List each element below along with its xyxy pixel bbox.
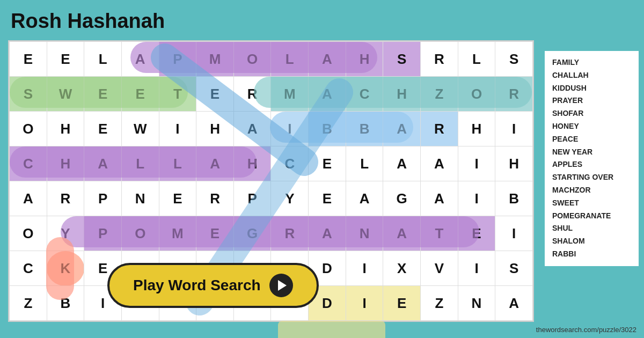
word-list-item: NEW YEAR bbox=[552, 146, 631, 159]
grid-cell: I bbox=[271, 112, 309, 146]
grid-cell: A bbox=[495, 286, 533, 321]
grid-cell: Z bbox=[421, 77, 458, 112]
grid-cell: E bbox=[10, 42, 47, 77]
word-list-item: FAMILY bbox=[552, 56, 631, 69]
grid-cell: H bbox=[47, 146, 84, 181]
grid-cell: K bbox=[47, 251, 84, 286]
play-button-container: Play Word Search bbox=[107, 263, 319, 308]
grid-cell: E bbox=[47, 42, 84, 77]
grid-cell: C bbox=[10, 146, 47, 181]
grid-cell: G bbox=[383, 181, 421, 216]
word-list-item: HONEY bbox=[552, 120, 631, 133]
grid-cell: A bbox=[10, 181, 47, 216]
grid-cell: R bbox=[495, 77, 533, 112]
grid-cell: R bbox=[196, 181, 234, 216]
grid-cell: B bbox=[309, 112, 346, 146]
grid-cell: O bbox=[458, 77, 495, 112]
grid-cell: A bbox=[383, 146, 421, 181]
svg-rect-8 bbox=[278, 321, 385, 338]
grid-cell: A bbox=[383, 112, 421, 146]
grid-cell: A bbox=[309, 77, 346, 112]
grid-cell: I bbox=[458, 251, 495, 286]
grid-cell: W bbox=[47, 77, 84, 112]
grid-cell: O bbox=[233, 42, 271, 77]
grid-cell: O bbox=[10, 216, 47, 251]
grid-cell: M bbox=[271, 77, 309, 112]
word-list-item: SWEET bbox=[552, 197, 631, 210]
grid-cell: E bbox=[84, 112, 122, 146]
grid-cell: X bbox=[383, 251, 421, 286]
grid-cell: A bbox=[383, 216, 421, 251]
grid-cell: Z bbox=[10, 286, 47, 321]
grid-cell: A bbox=[196, 146, 234, 181]
grid-cell: I bbox=[346, 286, 383, 321]
grid-cell: L bbox=[84, 42, 122, 77]
word-list-item: SHUL bbox=[552, 222, 631, 235]
grid-cell: I bbox=[159, 112, 196, 146]
page-title: Rosh Hashanah bbox=[11, 10, 165, 33]
grid-cell: O bbox=[10, 112, 47, 146]
grid-cell: S bbox=[383, 42, 421, 77]
grid-cell: A bbox=[421, 181, 458, 216]
word-list-item: SHALOM bbox=[552, 235, 631, 248]
grid-cell: E bbox=[121, 77, 159, 112]
grid-cell: A bbox=[309, 216, 346, 251]
grid-cell: C bbox=[10, 251, 47, 286]
grid-cell: E bbox=[196, 216, 234, 251]
grid-cell: H bbox=[233, 146, 271, 181]
word-list-item: MACHZOR bbox=[552, 184, 631, 197]
attribution: thewordsearch.com/puzzle/3022 bbox=[536, 326, 636, 334]
grid-cell: A bbox=[346, 181, 383, 216]
grid-cell: O bbox=[121, 216, 159, 251]
grid-cell: S bbox=[495, 42, 533, 77]
grid-cell: A bbox=[84, 146, 122, 181]
grid-cell: I bbox=[346, 251, 383, 286]
word-list: FAMILYCHALLAHKIDDUSHPRAYERSHOFARHONEYPEA… bbox=[545, 51, 639, 266]
grid-cell: E bbox=[159, 181, 196, 216]
word-list-item: CHALLAH bbox=[552, 69, 631, 82]
grid-cell: E bbox=[196, 77, 234, 112]
grid-cell: C bbox=[271, 146, 309, 181]
grid-cell: V bbox=[421, 251, 458, 286]
grid-cell: H bbox=[346, 42, 383, 77]
grid-cell: E bbox=[309, 146, 346, 181]
grid-cell: W bbox=[121, 112, 159, 146]
grid-cell: L bbox=[346, 146, 383, 181]
word-list-item: STARTING OVER bbox=[552, 171, 631, 184]
word-list-item: SHOFAR bbox=[552, 107, 631, 120]
play-word-search-button[interactable]: Play Word Search bbox=[107, 263, 319, 308]
grid-cell: H bbox=[458, 112, 495, 146]
grid-cell: R bbox=[47, 181, 84, 216]
grid-cell: L bbox=[271, 42, 309, 77]
grid-cell: L bbox=[121, 146, 159, 181]
word-list-item: PEACE bbox=[552, 133, 631, 146]
grid-cell: E bbox=[458, 216, 495, 251]
grid-cell: A bbox=[233, 112, 271, 146]
grid-cell: T bbox=[159, 77, 196, 112]
grid-cell: M bbox=[159, 216, 196, 251]
grid-cell: I bbox=[495, 112, 533, 146]
word-list-item: KIDDUSH bbox=[552, 82, 631, 95]
grid-cell: E bbox=[309, 181, 346, 216]
grid-cell: A bbox=[421, 146, 458, 181]
grid-cell: R bbox=[421, 42, 458, 77]
grid-cell: E bbox=[383, 286, 421, 321]
word-list-item: APPLES bbox=[552, 158, 631, 171]
grid-cell: L bbox=[458, 42, 495, 77]
grid-cell: N bbox=[121, 181, 159, 216]
grid-cell: H bbox=[196, 112, 234, 146]
grid-cell: S bbox=[10, 77, 47, 112]
grid-cell: A bbox=[121, 42, 159, 77]
grid-cell: R bbox=[421, 112, 458, 146]
grid-cell: B bbox=[495, 181, 533, 216]
grid-cell: S bbox=[495, 251, 533, 286]
grid-cell: H bbox=[47, 112, 84, 146]
grid-cell: P bbox=[159, 42, 196, 77]
grid-cell: A bbox=[309, 42, 346, 77]
grid-cell: M bbox=[196, 42, 234, 77]
play-button-label: Play Word Search bbox=[133, 277, 261, 294]
grid-cell: I bbox=[495, 216, 533, 251]
grid-cell: B bbox=[346, 112, 383, 146]
grid-cell: I bbox=[458, 146, 495, 181]
grid-cell: C bbox=[346, 77, 383, 112]
